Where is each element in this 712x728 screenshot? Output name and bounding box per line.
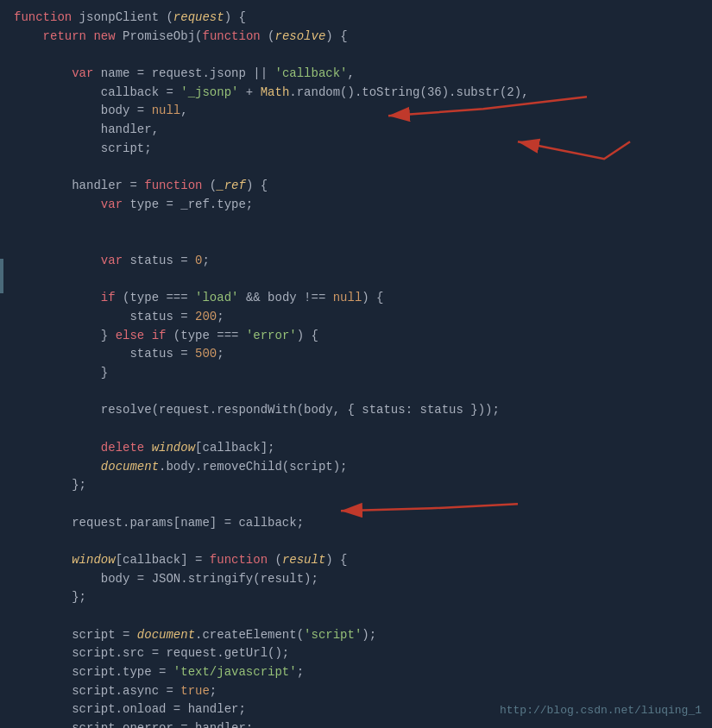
- code-line: document.body.removeChild(script);: [14, 458, 698, 477]
- code-token: }: [14, 329, 116, 342]
- code-token: callback =: [14, 85, 180, 99]
- code-token: && body !==: [238, 291, 332, 304]
- code-token-str: 'load': [195, 291, 238, 304]
- code-token-kw: function: [14, 10, 72, 24]
- code-token: [14, 254, 101, 267]
- code-token: ) {: [362, 291, 383, 304]
- code-token-bool: null: [152, 104, 181, 117]
- code-token: ) {: [297, 329, 318, 342]
- code-token-obj: window: [152, 441, 195, 455]
- code-line: [14, 420, 698, 439]
- code-line: status = 500;: [14, 345, 698, 364]
- code-token: ) {: [325, 29, 347, 43]
- code-line: [14, 495, 698, 514]
- code-token-kw: new: [93, 29, 115, 43]
- code-token-kw: delete: [101, 441, 144, 455]
- code-line: request.params[name] = callback;: [14, 514, 698, 533]
- code-line: [14, 383, 698, 402]
- watermark-text: http://blog.csdn.net/liuqing_1: [500, 702, 702, 719]
- code-line: script.src = request.getUrl();: [14, 644, 698, 663]
- code-token-obj: document: [101, 460, 159, 474]
- code-token: script.onload = handler;: [14, 702, 246, 716]
- code-token: resolve(request.respondWith(body, { stat…: [14, 403, 500, 417]
- code-line: if (type === 'load' && body !== null) {: [14, 289, 698, 308]
- code-token: [14, 441, 101, 455]
- code-line: } else if (type === 'error') {: [14, 327, 698, 346]
- code-line: [14, 233, 698, 252]
- code-line: handler,: [14, 121, 698, 140]
- code-line: return new PromiseObj(function (resolve)…: [14, 28, 698, 47]
- code-token: script.src = request.getUrl();: [14, 646, 289, 660]
- code-token: ) {: [224, 10, 246, 24]
- code-line: };: [14, 476, 698, 495]
- code-line: body = null,: [14, 102, 698, 121]
- code-line: [14, 159, 698, 178]
- code-token: [14, 198, 101, 211]
- code-line: script;: [14, 140, 698, 159]
- code-line: [14, 215, 698, 234]
- code-token-str: 'script': [304, 628, 362, 642]
- code-editor: function jsonpClient (request) { return …: [0, 0, 712, 728]
- code-line: var type = _ref.type;: [14, 196, 698, 215]
- code-token: [14, 29, 43, 43]
- code-token-str: 'text/javascript': [173, 665, 297, 679]
- code-line: var name = request.jsonp || 'callback',: [14, 65, 698, 84]
- code-token: [callback];: [195, 441, 274, 455]
- code-token-kw: if: [101, 291, 116, 304]
- code-token: type = _ref.type;: [123, 198, 253, 211]
- code-line: script.type = 'text/javascript';: [14, 663, 698, 682]
- code-line: resolve(request.respondWith(body, { stat…: [14, 401, 698, 420]
- code-token: };: [14, 590, 86, 604]
- code-token: (: [261, 29, 275, 43]
- code-token: (: [268, 553, 282, 567]
- code-token: script =: [14, 628, 137, 642]
- code-token-kw: function: [210, 553, 268, 567]
- code-token: }: [14, 366, 108, 380]
- code-token-kw: else: [116, 329, 145, 342]
- code-token: ) {: [325, 553, 347, 567]
- code-token: (type ===: [116, 291, 195, 304]
- code-token-bool: null: [333, 291, 362, 304]
- code-token: [14, 460, 101, 474]
- code-token: [callback] =: [116, 553, 210, 567]
- code-token: script.onerror = handler;: [14, 721, 253, 728]
- code-line: function jsonpClient (request) {: [14, 9, 698, 28]
- code-token: script.type =: [14, 665, 173, 679]
- code-token-kw: function: [144, 179, 202, 192]
- code-token-param: resolve: [275, 29, 326, 43]
- code-token: PromiseObj(: [116, 29, 203, 43]
- code-token: ;: [210, 684, 217, 698]
- code-token-num: 200: [195, 310, 217, 323]
- code-line: body = JSON.stringify(result);: [14, 570, 698, 589]
- code-token: request.params[name] = callback;: [14, 516, 304, 530]
- code-token: ;: [297, 665, 304, 679]
- code-line: [14, 607, 698, 626]
- code-token: .random().toString(36).substr(2),: [289, 85, 528, 99]
- code-token: status =: [123, 254, 195, 267]
- code-token-param: _ref: [217, 179, 246, 192]
- code-content: function jsonpClient (request) { return …: [14, 9, 698, 728]
- code-token: (: [202, 179, 217, 192]
- code-line: delete window[callback];: [14, 439, 698, 458]
- code-line: };: [14, 588, 698, 607]
- code-line: [14, 271, 698, 290]
- code-token-math: Math: [261, 85, 290, 99]
- code-line: script.async = true;: [14, 682, 698, 701]
- code-token: [14, 291, 101, 304]
- code-token: ;: [202, 254, 209, 267]
- code-line: script.onerror = handler;: [14, 719, 698, 728]
- code-line: handler = function (_ref) {: [14, 177, 698, 196]
- code-token: status =: [14, 310, 195, 323]
- code-token-str: 'callback': [274, 66, 347, 80]
- code-token-kw: var: [101, 254, 123, 267]
- code-token: handler =: [14, 179, 144, 192]
- code-line: callback = '_jsonp' + Math.random().toSt…: [14, 84, 698, 103]
- code-line: status = 200;: [14, 308, 698, 327]
- code-token: [144, 441, 151, 455]
- code-token-bool: true: [180, 684, 210, 698]
- code-token-str: '_jsonp': [180, 85, 238, 99]
- code-token: (type ===: [166, 329, 245, 342]
- code-token-obj: window: [72, 553, 115, 567]
- code-token-kw: var: [101, 198, 123, 211]
- code-token-kw: if: [152, 329, 167, 342]
